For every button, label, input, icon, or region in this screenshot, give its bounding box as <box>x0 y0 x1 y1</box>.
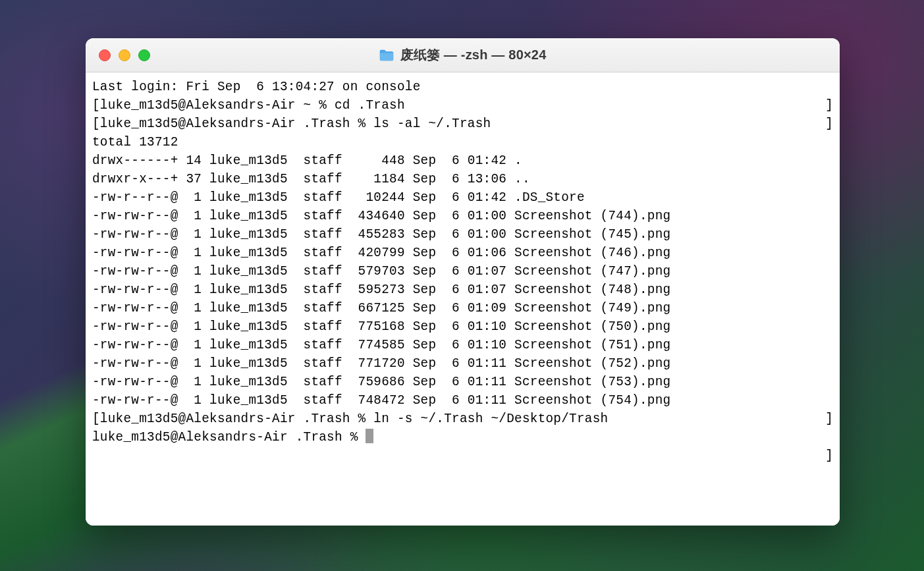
prompt-line-3: [luke_m13d5@Aleksandrs-Air .Trash % ln -… <box>92 410 833 428</box>
ls-row: drwxr-x---+ 37 luke_m13d5 staff 1184 Sep… <box>92 170 833 188</box>
folder-icon <box>379 49 394 61</box>
ls-row: -rw-rw-r--@ 1 luke_m13d5 staff 748472 Se… <box>92 391 833 410</box>
ls-row: -rw-rw-r--@ 1 luke_m13d5 staff 759686 Se… <box>92 373 833 391</box>
traffic-lights <box>86 49 150 61</box>
ls-output: drwx------+ 14 luke_m13d5 staff 448 Sep … <box>92 151 833 410</box>
prompt-line-1: [luke_m13d5@Aleksandrs-Air ~ % cd .Trash… <box>92 96 833 115</box>
terminal-window: 废纸篓 — -zsh — 80×24 Last login: Fri Sep 6… <box>86 38 840 526</box>
ls-row: -rw-rw-r--@ 1 luke_m13d5 staff 434640 Se… <box>92 207 833 225</box>
ls-row: -rw-rw-r--@ 1 luke_m13d5 staff 771720 Se… <box>92 354 833 373</box>
ls-row: -rw-rw-r--@ 1 luke_m13d5 staff 775168 Se… <box>92 317 833 336</box>
prompt-line-2: [luke_m13d5@Aleksandrs-Air .Trash % ls -… <box>92 115 833 133</box>
ls-row: -rw-rw-r--@ 1 luke_m13d5 staff 420799 Se… <box>92 244 833 262</box>
ls-row: -rw-rw-r--@ 1 luke_m13d5 staff 595273 Se… <box>92 281 833 299</box>
ls-row: -rw-rw-r--@ 1 luke_m13d5 staff 579703 Se… <box>92 262 833 281</box>
ls-row: -rw-rw-r--@ 1 luke_m13d5 staff 667125 Se… <box>92 299 833 317</box>
ls-row: -rw-rw-r--@ 1 luke_m13d5 staff 455283 Se… <box>92 225 833 244</box>
window-title: 废纸篓 — -zsh — 80×24 <box>400 46 547 64</box>
ls-row: -rw-rw-r--@ 1 luke_m13d5 staff 774585 Se… <box>92 336 833 354</box>
ls-row: drwx------+ 14 luke_m13d5 staff 448 Sep … <box>92 151 833 170</box>
window-titlebar[interactable]: 废纸篓 — -zsh — 80×24 <box>86 38 840 72</box>
ls-row: -rw-r--r--@ 1 luke_m13d5 staff 10244 Sep… <box>92 188 833 207</box>
title-center: 废纸篓 — -zsh — 80×24 <box>379 46 547 64</box>
prompt-line-4: luke_m13d5@Aleksandrs-Air .Trash % <box>92 428 833 447</box>
zoom-button[interactable] <box>138 49 150 61</box>
last-login-line: Last login: Fri Sep 6 13:04:27 on consol… <box>92 78 833 96</box>
minimize-button[interactable] <box>119 49 130 61</box>
total-line: total 13712 <box>92 133 833 151</box>
close-button[interactable] <box>99 49 111 61</box>
terminal-content[interactable]: Last login: Fri Sep 6 13:04:27 on consol… <box>86 72 840 526</box>
cursor <box>366 429 373 443</box>
